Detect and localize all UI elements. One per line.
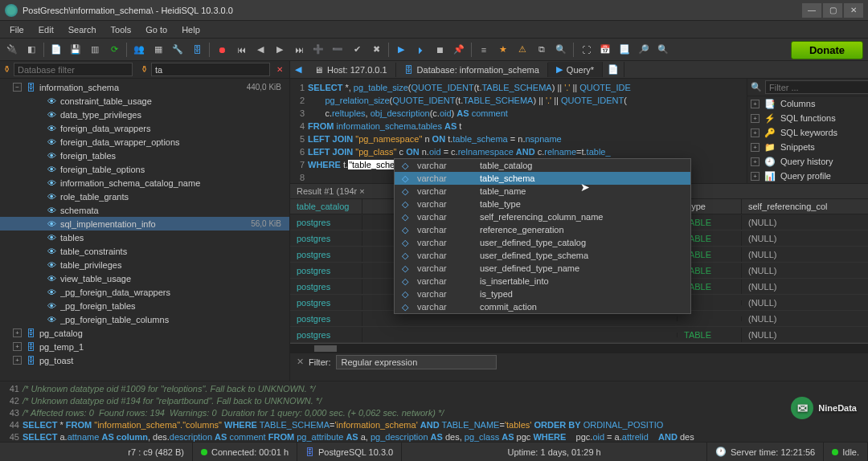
tree-item[interactable]: 👁foreign_data_wrapper_options — [0, 135, 289, 149]
close-button[interactable]: ✕ — [844, 3, 863, 18]
autocomplete-item[interactable]: ◇varcharis_insertable_into — [395, 275, 690, 288]
autocomplete-popup[interactable]: ◇varchartable_catalog◇varchartable_schem… — [394, 158, 691, 314]
new-window-icon[interactable]: ◧ — [23, 41, 40, 59]
tree-item[interactable]: 👁foreign_tables — [0, 149, 289, 162]
find-icon[interactable]: 🔍 — [552, 41, 570, 59]
cancel-icon[interactable]: ✖ — [367, 41, 385, 59]
helper-item[interactable]: +⚡SQL functions — [747, 111, 868, 125]
pin-icon[interactable]: 📌 — [450, 41, 468, 59]
tree-item[interactable]: 👁data_type_privileges — [0, 108, 289, 121]
tree-item[interactable]: 👁sql_implementation_info56,0 KiB — [0, 217, 289, 230]
autocomplete-item[interactable]: ◇varchartable_catalog — [395, 159, 690, 172]
tree-item[interactable]: 👁view_table_usage — [0, 271, 289, 285]
tab-database[interactable]: 🗄Database: information_schema — [396, 63, 548, 77]
result-filter-input[interactable] — [336, 355, 497, 369]
tree-item[interactable]: +🗄pg_catalog — [0, 326, 289, 340]
users-icon[interactable]: 👥 — [130, 41, 148, 59]
object-tree[interactable]: −🗄information_schema440,0 KiB👁constraint… — [0, 79, 289, 381]
panel-icon[interactable]: ▥ — [86, 41, 104, 59]
zoom-in-icon[interactable]: 🔎 — [635, 41, 653, 59]
tree-item[interactable]: 👁role_table_grants — [0, 190, 289, 203]
refresh-icon[interactable]: ⟳ — [105, 41, 123, 59]
new-file-icon[interactable]: 📄 — [47, 41, 65, 59]
donate-button[interactable]: Donate — [791, 41, 863, 59]
autocomplete-item[interactable]: ◇varcharreference_generation — [395, 223, 690, 236]
table-row[interactable]: postgresTABLE(NULL) — [290, 327, 868, 343]
run-step-icon[interactable]: ⏵ — [411, 41, 429, 59]
tree-item[interactable]: 👁information_schema_catalog_name — [0, 176, 289, 190]
table-tool-icon[interactable]: ▦ — [149, 41, 167, 59]
format-icon[interactable]: ≡ — [475, 41, 493, 59]
connect-icon[interactable]: 🔌 — [3, 41, 21, 59]
autocomplete-item[interactable]: ◇varchartable_name — [395, 185, 690, 198]
autocomplete-item[interactable]: ◇varchartable_type — [395, 198, 690, 210]
warn-icon[interactable]: ⚠ — [514, 41, 531, 59]
tree-toggle-icon[interactable]: + — [13, 356, 22, 365]
save-icon[interactable]: 💾 — [67, 41, 84, 59]
zoom-out-icon[interactable]: 🔍 — [654, 41, 672, 59]
check-icon[interactable]: ✔ — [348, 41, 366, 59]
clear-filter-icon[interactable]: ✕ — [273, 65, 286, 74]
plus-icon[interactable]: ➕ — [309, 41, 327, 59]
star-icon[interactable]: ★ — [494, 41, 512, 59]
tree-item[interactable]: 👁table_privileges — [0, 258, 289, 271]
helper-filter-input[interactable] — [765, 80, 868, 94]
tree-item[interactable]: 👁_pg_foreign_table_columns — [0, 312, 289, 326]
autocomplete-item[interactable]: ◇varcharuser_defined_type_name — [395, 262, 690, 275]
autocomplete-item[interactable]: ◇varcharuser_defined_type_catalog — [395, 236, 690, 249]
calendar-icon[interactable]: 📅 — [596, 41, 614, 59]
tree-item[interactable]: 👁_pg_foreign_data_wrappers — [0, 285, 289, 299]
tree-item[interactable]: 👁schemata — [0, 203, 289, 217]
menu-file[interactable]: File — [3, 22, 31, 37]
autocomplete-item[interactable]: ◇varcharis_typed — [395, 288, 690, 300]
tree-item[interactable]: 👁foreign_data_wrappers — [0, 121, 289, 135]
helper-item[interactable]: +🕘Query history — [747, 154, 868, 169]
helper-item[interactable]: +📑Columns — [747, 96, 868, 111]
table-filter-input[interactable] — [151, 63, 270, 76]
expand-icon[interactable]: + — [751, 129, 760, 137]
copy-icon[interactable]: ⧉ — [533, 41, 551, 59]
menu-search[interactable]: Search — [62, 22, 103, 37]
expand-icon[interactable]: + — [751, 157, 760, 166]
col-header[interactable]: table_catalog — [290, 199, 362, 214]
last-icon[interactable]: ⏭ — [290, 41, 308, 59]
helper-item[interactable]: +📊Query profile — [747, 169, 868, 183]
new-tab-button[interactable]: 📄 — [603, 62, 624, 77]
null-icon[interactable]: ⛶ — [577, 41, 595, 59]
record-icon[interactable]: ⏺ — [213, 41, 231, 59]
expand-icon[interactable]: + — [751, 172, 760, 181]
menu-edit[interactable]: Edit — [32, 22, 60, 37]
db-icon[interactable]: 🗄 — [188, 41, 206, 59]
menu-tools[interactable]: Tools — [104, 22, 138, 37]
tree-item[interactable]: 👁_pg_foreign_tables — [0, 299, 289, 312]
prev-icon[interactable]: ◀ — [252, 41, 269, 59]
tree-item[interactable]: +🗄pg_temp_1 — [0, 340, 289, 353]
tab-host[interactable]: 🖥Host: 127.0.0.1 — [306, 63, 396, 77]
autocomplete-item[interactable]: ◇varcharcommit_action — [395, 300, 690, 313]
col-header[interactable]: self_referencing_col — [742, 199, 868, 214]
tree-toggle-icon[interactable]: + — [13, 328, 22, 337]
run-icon[interactable]: ▶ — [392, 41, 410, 59]
tab-query[interactable]: ▶Query* — [548, 62, 603, 77]
expand-icon[interactable]: + — [751, 114, 760, 123]
sql-log[interactable]: 41/* Unknown datatype oid #1009 for "rel… — [0, 381, 868, 442]
minus-icon[interactable]: ➖ — [329, 41, 346, 59]
tree-toggle-icon[interactable]: + — [13, 342, 22, 351]
page-icon[interactable]: 📃 — [616, 41, 633, 59]
tree-toggle-icon[interactable]: − — [13, 83, 22, 92]
stop-icon[interactable]: ⏹ — [431, 41, 448, 59]
tree-item[interactable]: 👁tables — [0, 230, 289, 244]
menu-go-to[interactable]: Go to — [139, 22, 174, 37]
menu-help[interactable]: Help — [175, 22, 207, 37]
tree-item[interactable]: 👁foreign_table_options — [0, 162, 289, 176]
wrench-icon[interactable]: 🔧 — [169, 41, 186, 59]
expand-icon[interactable]: + — [751, 100, 760, 108]
tree-item[interactable]: 👁constraint_table_usage — [0, 94, 289, 108]
tree-item[interactable]: +🗄pg_toast — [0, 353, 289, 367]
next-icon[interactable]: ▶ — [271, 41, 289, 59]
maximize-button[interactable]: ▢ — [823, 3, 842, 18]
tree-item[interactable]: −🗄information_schema440,0 KiB — [0, 80, 289, 94]
autocomplete-item[interactable]: ◇varchartable_schema — [395, 172, 690, 185]
expand-icon[interactable]: + — [751, 143, 760, 152]
close-filter-icon[interactable]: ✕ — [297, 357, 304, 367]
